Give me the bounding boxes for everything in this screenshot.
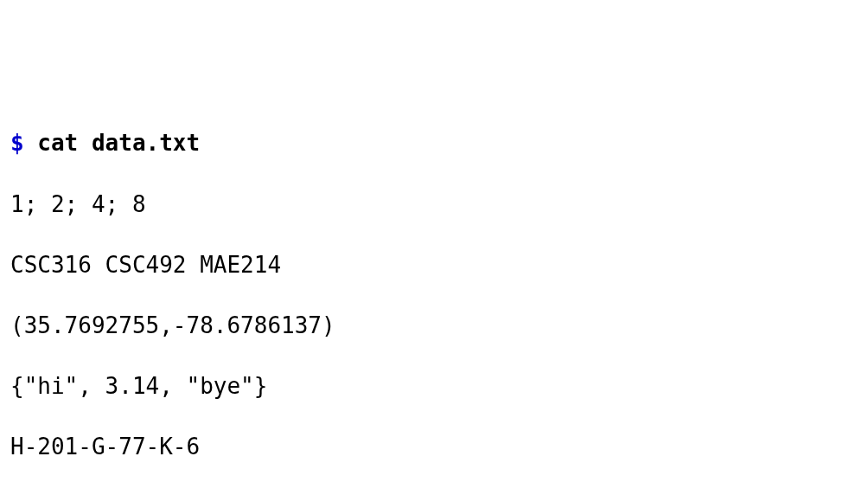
output-line: (35.7692755,-78.6786137) — [10, 311, 858, 341]
output-line: CSC316 CSC492 MAE214 — [10, 250, 858, 280]
output-line: 1; 2; 4; 8 — [10, 190, 858, 220]
prompt-symbol: $ — [10, 130, 37, 156]
output-line: H-201-G-77-K-6 — [10, 432, 858, 462]
command-cat: cat data.txt — [37, 130, 200, 156]
prompt-line-1[interactable]: $ cat data.txt — [10, 128, 858, 158]
output-line: {"hi", 3.14, "bye"} — [10, 371, 858, 402]
